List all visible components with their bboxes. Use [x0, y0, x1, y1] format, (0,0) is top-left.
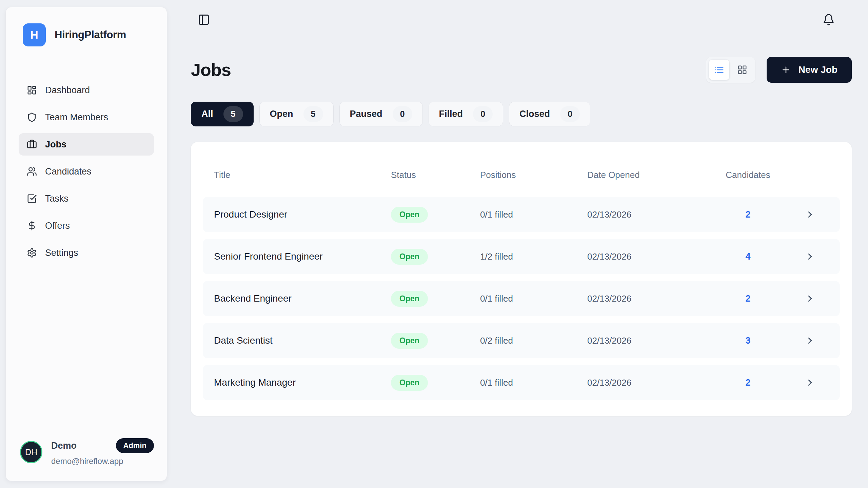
chevron-right-icon[interactable]	[805, 251, 829, 262]
date-opened-cell: 02/13/2026	[587, 251, 723, 262]
date-opened-cell: 02/13/2026	[587, 293, 723, 304]
positions-cell: 0/1 filled	[480, 378, 587, 388]
table-row[interactable]: Product Designer Open 0/1 filled 02/13/2…	[203, 197, 840, 232]
filter-count-badge: 0	[560, 106, 580, 122]
positions-cell: 0/1 filled	[480, 293, 587, 304]
page-title: Jobs	[191, 60, 231, 80]
dollar-icon	[27, 221, 37, 231]
brand-name: HiringPlatform	[55, 29, 126, 41]
new-job-button[interactable]: New Job	[767, 57, 852, 83]
sidebar-item-jobs[interactable]: Jobs	[19, 133, 154, 156]
user-email: demo@hireflow.app	[51, 456, 154, 466]
jobs-table-card: Title Status Positions Date Opened Candi…	[191, 142, 852, 416]
status-badge: Open	[391, 333, 428, 349]
plus-icon	[781, 65, 791, 75]
filter-label: Filled	[439, 109, 463, 119]
filter-tab-closed[interactable]: Closed 0	[509, 102, 590, 126]
sidebar-toggle-button[interactable]	[196, 12, 212, 28]
date-opened-cell: 02/13/2026	[587, 336, 723, 346]
sidebar-item-team-members[interactable]: Team Members	[19, 106, 154, 128]
table-row[interactable]: Marketing Manager Open 0/1 filled 02/13/…	[203, 365, 840, 400]
filter-tab-all[interactable]: All 5	[191, 102, 254, 126]
topbar	[167, 0, 868, 39]
filter-count-badge: 0	[473, 106, 493, 122]
chevron-right-icon[interactable]	[805, 293, 829, 304]
sidebar-item-label: Candidates	[45, 166, 92, 177]
view-toggle	[706, 57, 755, 83]
column-header-status: Status	[391, 170, 480, 180]
candidates-count-link[interactable]: 3	[723, 336, 773, 346]
job-title: Marketing Manager	[214, 377, 391, 388]
status-badge: Open	[391, 249, 428, 265]
column-header-title: Title	[214, 170, 391, 180]
sidebar-item-label: Dashboard	[45, 85, 90, 96]
date-opened-cell: 02/13/2026	[587, 209, 723, 220]
positions-cell: 0/2 filled	[480, 336, 587, 346]
table-row[interactable]: Data Scientist Open 0/2 filled 02/13/202…	[203, 323, 840, 358]
status-badge: Open	[391, 207, 428, 223]
status-filter-tabs: All 5 Open 5 Paused 0 Filled 0 Closed 0	[191, 102, 852, 126]
sidebar-item-label: Offers	[45, 221, 70, 231]
column-header-candidates: Candidates	[723, 170, 773, 180]
sidebar-item-dashboard[interactable]: Dashboard	[19, 79, 154, 101]
candidates-count-link[interactable]: 2	[723, 378, 773, 388]
sidebar-nav: Dashboard Team Members Jobs Candidates T…	[19, 79, 154, 264]
gear-icon	[27, 248, 37, 258]
list-view-button[interactable]	[709, 60, 729, 80]
sidebar-item-label: Team Members	[45, 112, 108, 123]
table-row[interactable]: Senior Frontend Engineer Open 1/2 filled…	[203, 239, 840, 274]
status-badge: Open	[391, 291, 428, 307]
candidates-count-link[interactable]: 2	[723, 293, 773, 304]
chevron-right-icon[interactable]	[805, 336, 829, 346]
filter-count-badge: 5	[303, 106, 323, 122]
filter-tab-open[interactable]: Open 5	[259, 102, 334, 126]
column-header-positions: Positions	[480, 170, 587, 180]
column-header-date-opened: Date Opened	[587, 170, 723, 180]
chevron-right-icon[interactable]	[805, 209, 829, 220]
shield-icon	[27, 112, 37, 122]
filter-tab-filled[interactable]: Filled 0	[429, 102, 504, 126]
user-profile[interactable]: DH Demo Admin demo@hireflow.app	[19, 438, 154, 466]
job-title: Senior Frontend Engineer	[214, 251, 391, 262]
sidebar-item-candidates[interactable]: Candidates	[19, 160, 154, 183]
h-logo-icon: H	[23, 23, 46, 46]
filter-tab-paused[interactable]: Paused 0	[339, 102, 423, 126]
table-row[interactable]: Backend Engineer Open 0/1 filled 02/13/2…	[203, 281, 840, 316]
job-title: Product Designer	[214, 209, 391, 220]
notifications-button[interactable]	[821, 12, 837, 28]
users-icon	[27, 166, 37, 177]
user-info: Demo Admin demo@hireflow.app	[51, 438, 154, 466]
filter-label: All	[201, 109, 213, 119]
positions-cell: 1/2 filled	[480, 251, 587, 262]
new-job-label: New Job	[798, 64, 837, 75]
avatar: DH	[20, 441, 42, 463]
grid-view-button[interactable]	[732, 60, 752, 80]
brand: H HiringPlatform	[19, 23, 154, 46]
date-opened-cell: 02/13/2026	[587, 378, 723, 388]
role-badge: Admin	[116, 438, 154, 453]
sidebar-item-label: Settings	[45, 248, 78, 258]
task-check-icon	[27, 194, 37, 204]
filter-label: Open	[270, 109, 293, 119]
job-title: Data Scientist	[214, 335, 391, 346]
sidebar-item-label: Tasks	[45, 194, 68, 204]
sidebar: H HiringPlatform Dashboard Team Members …	[5, 7, 167, 481]
dashboard-icon	[27, 85, 37, 95]
candidates-count-link[interactable]: 2	[723, 209, 773, 220]
table-header-row: Title Status Positions Date Opened Candi…	[203, 153, 840, 197]
user-name: Demo	[51, 441, 77, 451]
positions-cell: 0/1 filled	[480, 209, 587, 220]
candidates-count-link[interactable]: 4	[723, 251, 773, 262]
main-area: Jobs	[167, 0, 868, 488]
chevron-right-icon[interactable]	[805, 378, 829, 388]
sidebar-item-tasks[interactable]: Tasks	[19, 187, 154, 210]
sidebar-item-label: Jobs	[45, 139, 66, 150]
filter-count-badge: 5	[223, 106, 243, 122]
filter-label: Closed	[519, 109, 550, 119]
sidebar-item-offers[interactable]: Offers	[19, 215, 154, 237]
sidebar-item-settings[interactable]: Settings	[19, 242, 154, 264]
content: Jobs	[167, 39, 868, 416]
list-view-icon	[714, 65, 724, 75]
filter-count-badge: 0	[393, 106, 412, 122]
status-badge: Open	[391, 375, 428, 391]
